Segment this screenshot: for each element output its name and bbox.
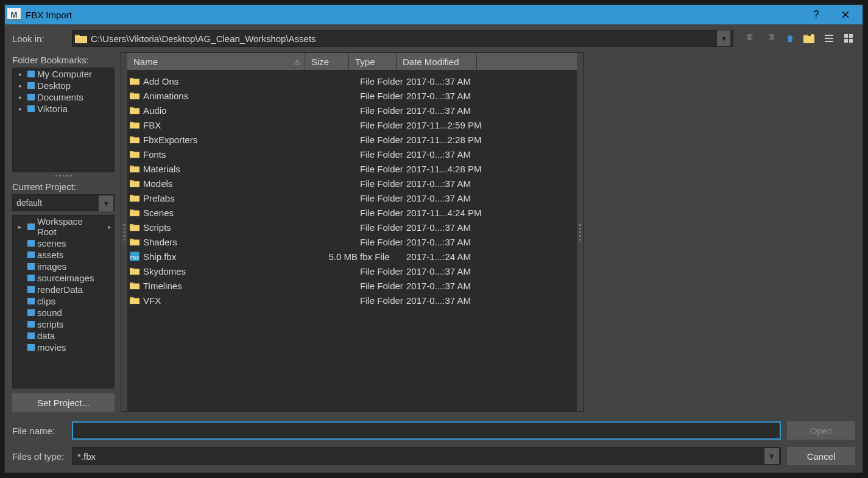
up-folder-icon[interactable]	[783, 32, 797, 45]
bookmark-item[interactable]: ▸My Computer	[13, 68, 114, 80]
svg-rect-31	[130, 210, 139, 216]
file-row[interactable]: ScriptsFile Folder2017-0...:37 AM	[127, 220, 577, 234]
chevron-right-icon: ▸	[107, 223, 111, 230]
project-tree-item[interactable]: scenes	[13, 237, 114, 249]
filetype-dropdown-icon[interactable]: ▾	[764, 448, 779, 464]
file-row[interactable]: FBXFile Folder2017-11...2:59 PM	[127, 118, 577, 132]
file-row[interactable]: ModelsFile Folder2017-0...:37 AM	[127, 176, 577, 191]
svg-rect-13	[130, 79, 139, 85]
list-header: Name△ Size Type Date Modified	[127, 53, 577, 70]
project-combo[interactable]: default ▾	[12, 194, 115, 211]
help-button[interactable]: ?	[802, 5, 831, 24]
path-dropdown-icon[interactable]: ▾	[717, 30, 730, 46]
window-title: FBX Import	[26, 10, 72, 20]
cancel-button[interactable]: Cancel	[787, 447, 855, 465]
list-body[interactable]: Add OnsFile Folder2017-0...:37 AMAnimati…	[127, 70, 577, 411]
project-tree-item[interactable]: movies	[13, 342, 114, 353]
lookin-label: Look in:	[12, 33, 67, 44]
filetype-combo[interactable]: *.fbx ▾	[72, 447, 781, 465]
grip-icon[interactable]	[12, 175, 115, 177]
file-row[interactable]: AnimationsFile Folder2017-0...:37 AM	[127, 88, 577, 103]
svg-rect-11	[849, 39, 853, 43]
file-row[interactable]: FontsFile Folder2017-0...:37 AM	[127, 147, 577, 161]
lookin-row: Look in: C:\Users\Viktoria\Desktop\AG_Cl…	[5, 24, 863, 52]
file-row[interactable]: VFXFile Folder2017-0...:37 AM	[127, 293, 577, 308]
side-grip-right-icon[interactable]	[577, 53, 583, 411]
file-area: Name△ Size Type Date Modified Add OnsFil…	[121, 52, 855, 412]
project-tree-item[interactable]: assets	[13, 249, 114, 261]
new-folder-icon[interactable]	[803, 32, 816, 45]
svg-rect-9	[849, 34, 853, 38]
set-project-button[interactable]: Set Project...	[12, 393, 115, 412]
file-row[interactable]: TimelinesFile Folder2017-0...:37 AM	[127, 278, 577, 293]
column-name[interactable]: Name△	[127, 53, 305, 70]
side-grip-left-icon[interactable]	[121, 53, 127, 411]
project-tree-item[interactable]: sourceimages	[13, 272, 114, 284]
expand-caret-icon: ▸	[15, 82, 25, 89]
project-dropdown-icon[interactable]: ▾	[99, 195, 113, 211]
file-row[interactable]: ScenesFile Folder2017-11...4:24 PM	[127, 205, 577, 220]
drive-icon	[27, 94, 35, 100]
filename-input[interactable]	[72, 421, 781, 440]
folder-icon	[130, 121, 139, 129]
svg-rect-7	[825, 41, 833, 42]
svg-rect-23	[130, 152, 139, 158]
folder-small-icon	[27, 344, 35, 351]
folder-icon	[130, 297, 139, 304]
filetype-label: Files of type:	[12, 451, 66, 462]
file-row[interactable]: Add OnsFile Folder2017-0...:37 AM	[127, 74, 577, 88]
column-size[interactable]: Size	[305, 53, 349, 70]
open-button[interactable]: Open	[787, 421, 855, 440]
details-view-icon[interactable]	[842, 32, 855, 45]
svg-rect-39	[130, 283, 139, 289]
bookmark-item[interactable]: ▸Documents	[13, 91, 114, 103]
project-tree-item[interactable]: renderData	[13, 284, 114, 295]
folder-icon	[130, 267, 139, 275]
project-tree-item[interactable]: data	[13, 330, 114, 342]
bookmark-item[interactable]: ▸Desktop	[13, 80, 114, 91]
file-row[interactable]: SkydomesFile Folder2017-0...:37 AM	[127, 264, 577, 278]
bookmark-flag-back-icon[interactable]	[764, 32, 777, 45]
project-tree-item[interactable]: sound	[13, 307, 114, 318]
folder-icon	[130, 194, 139, 202]
folder-icon	[130, 180, 139, 188]
folder-icon	[130, 150, 139, 158]
folder-small-icon	[27, 321, 35, 328]
toolbar-icons	[744, 32, 855, 45]
column-date[interactable]: Date Modified	[397, 53, 477, 70]
svg-rect-10	[844, 39, 848, 43]
svg-rect-8	[844, 34, 848, 38]
path-combo[interactable]: C:\Users\Viktoria\Desktop\AG_Clean_Works…	[72, 30, 733, 47]
file-row[interactable]: PrefabsFile Folder2017-0...:37 AM	[127, 191, 577, 205]
folder-small-icon	[27, 286, 35, 293]
project-tree-item[interactable]: scripts	[13, 318, 114, 330]
bookmarks-panel[interactable]: ▸My Computer▸Desktop▸Documents▸Viktoria	[12, 68, 115, 172]
list-view-icon[interactable]	[822, 32, 836, 45]
bookmark-flag-icon[interactable]	[744, 32, 758, 45]
project-tree-item[interactable]: clips	[13, 295, 114, 307]
file-row[interactable]: AudioFile Folder2017-0...:37 AM	[127, 103, 577, 118]
svg-rect-19	[130, 122, 139, 128]
folder-small-icon	[27, 332, 35, 339]
project-tree-item[interactable]: images	[13, 261, 114, 272]
folder-small-icon	[27, 309, 35, 316]
sort-indicator-icon: △	[295, 58, 300, 66]
project-tree-panel[interactable]: ▸Workspace Root▸scenesassetsimagessource…	[12, 215, 115, 388]
project-tree-item[interactable]: ▸Workspace Root▸	[13, 216, 114, 237]
folder-small-icon	[27, 240, 35, 247]
close-button[interactable]	[831, 5, 860, 24]
file-row[interactable]: MaterialsFile Folder2017-11...4:28 PM	[127, 161, 577, 176]
titlebar[interactable]: M FBX Import ?	[5, 5, 863, 24]
file-row[interactable]: ShadersFile Folder2017-0...:37 AM	[127, 234, 577, 249]
folder-icon	[130, 282, 139, 290]
svg-rect-5	[825, 35, 833, 36]
column-type[interactable]: Type	[349, 53, 397, 70]
file-row[interactable]: FbxExportersFile Folder2017-11...2:28 PM	[127, 132, 577, 147]
folder-small-icon	[27, 263, 35, 270]
fbx-import-dialog: M FBX Import ? Look in: C:\Users\Viktori…	[4, 4, 863, 473]
file-row[interactable]: FBXShip.fbx5.0 MBfbx File2017-1...:24 AM	[127, 249, 577, 264]
drive-icon	[27, 82, 35, 89]
folder-icon	[130, 209, 139, 217]
expand-caret-icon: ▸	[15, 94, 25, 100]
bookmark-item[interactable]: ▸Viktoria	[13, 103, 114, 114]
